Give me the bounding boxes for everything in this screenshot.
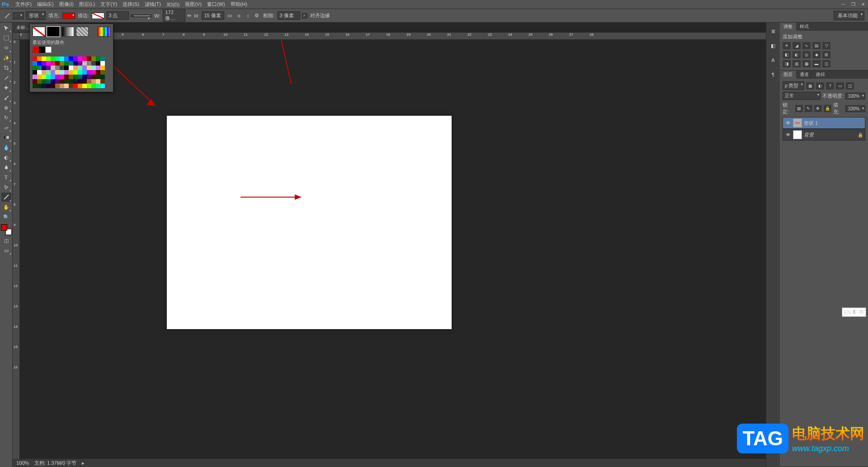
quickmask-button[interactable]: ◫ <box>1 236 11 245</box>
adj-exposure-icon[interactable]: ▤ <box>812 42 821 49</box>
filter-type-icon[interactable]: T <box>826 82 834 90</box>
h-input[interactable]: 15 像素 <box>202 11 224 20</box>
lock-all-icon[interactable]: 🔒 <box>824 105 831 112</box>
eyedropper-tool[interactable] <box>1 73 11 82</box>
gear-icon[interactable]: ⚙ <box>253 12 260 19</box>
ruler-horizontal[interactable]: 0123456789101112131415161718192021222324… <box>20 33 766 40</box>
menu-image[interactable]: 图像(I) <box>57 0 76 9</box>
adj-gradmap-icon[interactable]: ▬ <box>812 60 821 67</box>
blur-tool[interactable]: 💧 <box>1 143 11 152</box>
adj-hue-icon[interactable]: ◧ <box>783 51 791 58</box>
visibility-toggle[interactable]: 👁 <box>785 132 791 137</box>
adj-levels-icon[interactable]: ◢ <box>793 42 801 49</box>
fg-bg-colors[interactable] <box>1 224 12 235</box>
fill-opacity-input[interactable]: 100% <box>845 105 865 112</box>
layer-filter-kind[interactable]: ρ 类型 <box>783 81 804 90</box>
ruler-vertical[interactable]: 012345678910111213141516 <box>13 40 20 467</box>
filter-shape-icon[interactable]: ▭ <box>836 82 844 90</box>
filter-smart-icon[interactable]: ◫ <box>846 82 854 90</box>
adj-selective-icon[interactable]: ◫ <box>822 60 830 67</box>
path-align-icon[interactable]: ≡ <box>235 12 242 19</box>
adj-brightness-icon[interactable]: ☀ <box>783 42 791 49</box>
fill-swatch[interactable] <box>62 13 75 19</box>
arrow-shape[interactable] <box>241 193 304 202</box>
styles-tab[interactable]: 样式 <box>796 23 812 31</box>
brush-tool[interactable] <box>1 93 11 102</box>
char-panel-icon[interactable]: A <box>769 56 777 64</box>
color-panel-icon[interactable]: ◧ <box>769 42 777 50</box>
filter-pixel-icon[interactable]: ▦ <box>806 82 814 90</box>
adjustments-tab[interactable]: 调整 <box>780 23 796 31</box>
layer-row-background[interactable]: 👁 背景 🔒 <box>783 129 865 141</box>
lock-pixels-icon[interactable]: ✎ <box>805 105 812 112</box>
history-panel-icon[interactable]: ≣ <box>769 27 777 35</box>
type-tool[interactable]: T <box>1 173 11 182</box>
channels-tab[interactable]: 通道 <box>796 71 812 79</box>
lasso-tool[interactable] <box>1 43 11 52</box>
adj-mixer-icon[interactable]: ◆ <box>812 51 821 58</box>
opacity-input[interactable]: 100% <box>845 93 865 99</box>
zoom-level[interactable]: 100% <box>16 460 29 466</box>
adj-threshold-icon[interactable]: ▦ <box>802 60 811 67</box>
menu-select[interactable]: 选择(S) <box>120 0 142 9</box>
menu-edit[interactable]: 编辑(E) <box>34 0 57 9</box>
menu-window[interactable]: 窗口(W) <box>204 0 228 9</box>
ime-indicator[interactable]: EN◐ 简 <box>842 307 866 317</box>
visibility-toggle[interactable]: 👁 <box>785 120 791 126</box>
path-arrange-icon[interactable]: ↕ <box>244 12 251 19</box>
layer-thumbnail[interactable] <box>793 118 802 127</box>
menu-file[interactable]: 文件(F) <box>13 0 34 9</box>
crop-tool[interactable] <box>1 63 11 72</box>
screenmode-button[interactable]: ▭ <box>1 246 11 255</box>
paragraph-panel-icon[interactable]: ¶ <box>769 71 777 79</box>
menu-3d[interactable]: 3D(D) <box>164 1 182 8</box>
layer-row-shape1[interactable]: 👁 形状 1 <box>783 117 865 129</box>
menu-view[interactable]: 视图(V) <box>182 0 204 9</box>
w-input[interactable]: 172 像… <box>163 9 185 23</box>
shape-mode-dropdown[interactable]: 形状 <box>26 11 46 20</box>
adj-curves-icon[interactable]: ∿ <box>802 42 811 49</box>
close-button[interactable]: ✕ <box>860 2 866 7</box>
layers-tab[interactable]: 图层 <box>780 71 796 79</box>
heal-tool[interactable]: ✚ <box>1 83 11 92</box>
zoom-tool[interactable]: 🔍 <box>1 212 11 222</box>
doc-info[interactable]: 文档: 1.37M/0 字节 <box>34 460 76 467</box>
eraser-tool[interactable]: ▱ <box>1 123 11 132</box>
adj-bw-icon[interactable]: ◐ <box>793 51 801 58</box>
path-select-tool[interactable] <box>1 183 11 192</box>
hand-tool[interactable]: ✋ <box>1 203 11 212</box>
layer-name[interactable]: 背景 <box>804 132 814 138</box>
adj-vibrance-icon[interactable]: ▽ <box>822 42 830 49</box>
restore-button[interactable]: ❐ <box>850 2 856 7</box>
paths-tab[interactable]: 路径 <box>812 71 829 79</box>
dodge-tool[interactable]: ◐ <box>1 153 11 162</box>
lock-pos-icon[interactable]: ✥ <box>814 105 822 112</box>
lock-trans-icon[interactable]: ▨ <box>795 105 803 112</box>
gradient-tool[interactable] <box>1 133 11 142</box>
fill-solid-button[interactable] <box>47 27 60 37</box>
menu-layer[interactable]: 图层(L) <box>76 0 98 9</box>
stamp-tool[interactable]: ⊕ <box>1 103 11 112</box>
layer-name[interactable]: 形状 1 <box>804 120 818 127</box>
stroke-swatch[interactable] <box>92 13 104 19</box>
menu-type[interactable]: 文字(Y) <box>98 0 120 9</box>
adj-posterize-icon[interactable]: ▥ <box>793 60 801 67</box>
workspace-switcher[interactable]: 基本功能 <box>834 11 864 20</box>
color-picker-button[interactable] <box>98 27 110 37</box>
align-edges-checkbox[interactable]: ✓ <box>302 13 307 19</box>
layer-thumbnail[interactable] <box>793 130 802 139</box>
history-brush-tool[interactable]: ↻ <box>1 113 11 122</box>
thickness-input[interactable]: 3 像素 <box>278 11 300 20</box>
stroke-options-dropdown[interactable] <box>131 14 151 17</box>
adj-lookup-icon[interactable]: ⊞ <box>822 51 830 58</box>
adj-photo-filter-icon[interactable]: ◎ <box>802 51 811 58</box>
adj-invert-icon[interactable]: ◨ <box>783 60 791 67</box>
blend-mode-select[interactable]: 正常 <box>783 92 821 100</box>
swatches-grid[interactable] <box>33 57 110 88</box>
recent-colors[interactable] <box>33 47 110 53</box>
fill-pattern-button[interactable] <box>76 27 89 37</box>
filter-adjust-icon[interactable]: ◐ <box>816 82 824 90</box>
shape-tool[interactable] <box>1 193 11 202</box>
move-tool[interactable] <box>1 24 11 33</box>
minimize-button[interactable]: ─ <box>840 2 846 7</box>
